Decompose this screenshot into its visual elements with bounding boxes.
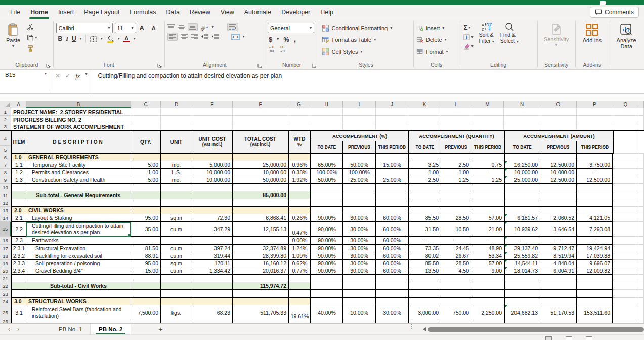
cell-M23[interactable] xyxy=(471,290,504,298)
cell-J16[interactable]: 60.00% xyxy=(376,237,408,245)
font-dialog-launcher-icon[interactable] xyxy=(157,63,162,68)
cell-P13[interactable] xyxy=(577,207,613,214)
header-cell-G[interactable]: WTD% xyxy=(288,131,310,154)
cell-Q18[interactable] xyxy=(613,252,638,260)
cell-I2[interactable] xyxy=(343,116,376,123)
cell-G20[interactable]: 0.77% xyxy=(288,267,310,275)
align-center-button[interactable] xyxy=(181,34,188,40)
cell-M16[interactable]: - xyxy=(471,237,504,245)
col-header-H[interactable]: H xyxy=(310,101,343,108)
cell-A9[interactable]: 1.3 xyxy=(11,176,26,184)
cell-P2[interactable] xyxy=(577,116,613,123)
cell-B17[interactable]: Structural Excavation xyxy=(26,245,131,252)
cell-E9[interactable]: 10,000.00 xyxy=(192,176,233,184)
cell-N20[interactable]: 18,014.73 xyxy=(504,267,540,275)
cell-K22[interactable] xyxy=(408,282,441,290)
new-sheet-button[interactable]: + xyxy=(151,324,169,334)
align-top-button[interactable] xyxy=(167,24,175,30)
cell-Q4[interactable] xyxy=(614,131,639,154)
increase-indent-button[interactable] xyxy=(211,34,219,40)
cell-G17[interactable]: 1.24% xyxy=(288,245,310,252)
cell-K7[interactable]: 3.25 xyxy=(408,161,441,169)
cell-N6[interactable] xyxy=(504,154,540,161)
row-header-4[interactable]: 4 xyxy=(0,131,11,146)
cell-B11[interactable]: Sub-total - General Requirements xyxy=(26,191,131,199)
cell-x19[interactable] xyxy=(638,260,644,267)
cell-Q17[interactable] xyxy=(613,245,638,252)
cell-I1[interactable] xyxy=(343,108,376,116)
col-header-A[interactable]: A xyxy=(11,101,26,108)
cell-M17[interactable]: 48.90 xyxy=(471,245,504,252)
cell-C19[interactable]: 95.00 xyxy=(131,260,161,267)
cell-I23[interactable] xyxy=(343,290,376,298)
cell-I13[interactable] xyxy=(343,207,376,214)
cell-F10[interactable] xyxy=(233,184,288,191)
cell-M22[interactable] xyxy=(471,282,504,290)
menu-tab-view[interactable]: View xyxy=(216,5,239,19)
cell-G23[interactable] xyxy=(288,290,310,298)
header-subcol-to-date[interactable]: TO DATE xyxy=(409,141,441,153)
cell-C13[interactable] xyxy=(131,207,161,214)
cell-H11[interactable] xyxy=(310,191,343,199)
cell-C22[interactable] xyxy=(131,282,161,290)
cell-O7[interactable]: 12,500.00 xyxy=(540,161,577,169)
header-cell-C[interactable]: QTY. xyxy=(131,131,161,154)
cell-M20[interactable]: 9.00 xyxy=(471,267,504,275)
insert-function-icon[interactable]: fx xyxy=(75,72,80,80)
cell-K1[interactable] xyxy=(408,108,441,116)
menu-tab-review[interactable]: Review xyxy=(185,5,216,19)
window-control[interactable] xyxy=(600,1,606,5)
cell-J21[interactable] xyxy=(376,275,408,282)
cell-J10[interactable] xyxy=(376,184,408,191)
menu-tab-page-layout[interactable]: Page Layout xyxy=(79,5,124,19)
page-layout-view-icon[interactable] xyxy=(566,336,572,340)
cell-Q3[interactable] xyxy=(613,123,638,130)
cell-B8[interactable]: Permits and Clearances xyxy=(26,169,131,176)
row-header-13[interactable]: 13 xyxy=(0,207,11,214)
col-header-G[interactable]: G xyxy=(288,101,310,108)
cell-D25[interactable]: kgs. xyxy=(161,305,192,320)
header-subcol-this-period[interactable]: THIS PERIOD xyxy=(376,141,408,153)
cell-H6[interactable] xyxy=(310,154,343,161)
select-all-corner[interactable] xyxy=(0,101,11,108)
cell-P1[interactable] xyxy=(577,108,613,116)
row-header-8[interactable]: 8 xyxy=(0,169,11,176)
row-header-16[interactable]: 16 xyxy=(0,237,11,245)
cell-G13[interactable] xyxy=(288,207,310,214)
cell-E24[interactable] xyxy=(192,298,233,305)
cell-C1[interactable] xyxy=(131,108,161,116)
cell-styles-button[interactable]: Cell Styles▾ xyxy=(322,46,411,56)
cell-M2[interactable] xyxy=(471,116,504,123)
cell-P23[interactable] xyxy=(577,290,613,298)
cell-I16[interactable]: 30.00% xyxy=(343,237,376,245)
cell-J1[interactable] xyxy=(376,108,408,116)
cell-J8[interactable] xyxy=(376,169,408,176)
cell-O13[interactable] xyxy=(540,207,577,214)
cell-P9[interactable]: 12,500.00 xyxy=(577,176,613,184)
cell-L16[interactable]: - xyxy=(441,237,471,245)
cell-N11[interactable] xyxy=(504,191,540,199)
page-break-view-icon[interactable] xyxy=(586,336,592,340)
cell-I10[interactable] xyxy=(343,184,376,191)
cell-F12[interactable] xyxy=(233,199,288,207)
cell-x10[interactable] xyxy=(638,184,644,191)
italic-button[interactable]: I xyxy=(66,35,68,43)
cell-M1[interactable] xyxy=(471,108,504,116)
cell-K12[interactable] xyxy=(408,199,441,207)
cell-E14[interactable]: 72.30 xyxy=(192,214,233,222)
col-header-F[interactable]: F xyxy=(233,101,288,108)
cell-A11[interactable] xyxy=(11,191,26,199)
cell-F23[interactable] xyxy=(233,290,288,298)
cell-Q6[interactable] xyxy=(613,154,638,161)
cell-D16[interactable] xyxy=(161,237,192,245)
cell-M11[interactable] xyxy=(471,191,504,199)
cell-B20[interactable]: Gravel Bedding 3/4" xyxy=(26,267,131,275)
row-header-2[interactable]: 2 xyxy=(0,116,11,123)
col-header-Q[interactable]: Q xyxy=(613,101,638,108)
cell-D2[interactable] xyxy=(161,116,192,123)
cell-N24[interactable] xyxy=(504,298,540,305)
cell-P18[interactable]: 17,039.88 xyxy=(577,252,613,260)
cell-J25[interactable]: 30.00% xyxy=(376,305,408,320)
cell-N8[interactable]: 10,000.00 xyxy=(504,169,540,176)
enter-icon[interactable]: ✓ xyxy=(65,72,70,79)
